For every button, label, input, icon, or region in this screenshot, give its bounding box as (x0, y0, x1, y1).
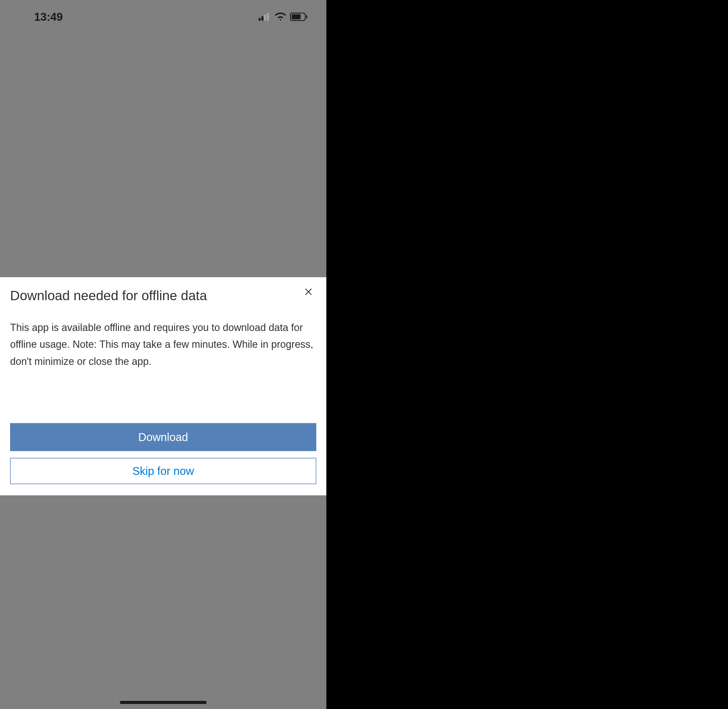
close-icon (304, 287, 313, 296)
status-time: 13:49 (34, 11, 63, 23)
phone-screen: 13:49 Download needed for offline data (0, 0, 326, 709)
home-indicator[interactable] (120, 701, 207, 704)
dialog-title: Download needed for offline data (10, 287, 207, 304)
empty-right-pane (326, 0, 728, 709)
skip-button[interactable]: Skip for now (10, 458, 316, 484)
dialog-header: Download needed for offline data (10, 287, 316, 304)
status-bar: 13:49 (0, 0, 326, 34)
download-dialog: Download needed for offline data This ap… (0, 277, 326, 495)
battery-icon (290, 13, 307, 21)
cellular-icon (259, 13, 271, 21)
dialog-actions: Download Skip for now (10, 423, 316, 484)
dialog-body: This app is available offline and requir… (10, 319, 316, 370)
close-button[interactable] (303, 286, 314, 298)
status-icons (259, 12, 307, 22)
download-button[interactable]: Download (10, 423, 316, 451)
wifi-icon (275, 12, 286, 22)
